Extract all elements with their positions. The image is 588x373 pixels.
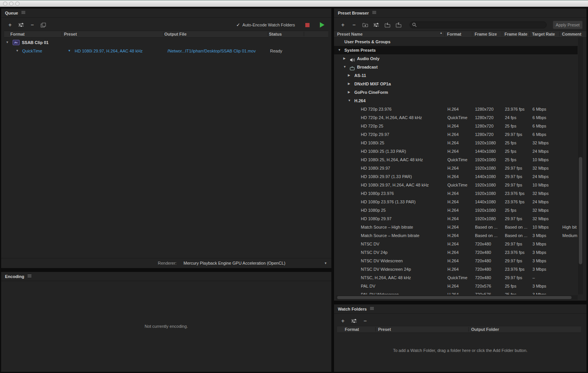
renderer-dropdown[interactable]: Mercury Playback Engine GPU Acceleration… xyxy=(183,258,285,268)
preset-row[interactable]: HD 1080i 29.97 (1.33 PAR)H.2641440x10802… xyxy=(334,172,578,181)
collapse-triangle-icon[interactable]: ▼ xyxy=(338,46,341,54)
apply-preset-button[interactable]: Apply Preset xyxy=(553,21,583,29)
preset-frame-size: 1440x1080 xyxy=(475,147,496,155)
column-format[interactable]: Format xyxy=(10,31,25,38)
preset-row[interactable]: NTSC DV 24pH.264720x48023.976 fps3 Mbps xyxy=(334,248,578,257)
preset-format: QuickTime xyxy=(447,155,467,164)
column-comment[interactable]: Comment xyxy=(562,31,581,38)
import-preset-icon[interactable] xyxy=(384,22,390,28)
tree-item[interactable]: ▶Audio Only xyxy=(334,54,578,63)
job-output-file-link[interactable]: /Networ...IT1/ipharr/Desktop/SSAB Clip 0… xyxy=(167,47,256,55)
panel-menu-icon[interactable] xyxy=(28,275,31,278)
tree-item[interactable]: ▶DNxHD MXF OP1a xyxy=(334,80,578,88)
format-dropdown-caret-icon[interactable]: ▼ xyxy=(68,47,71,55)
delete-preset-icon[interactable]: − xyxy=(351,22,357,28)
column-divider xyxy=(163,32,164,36)
preset-row[interactable]: HD 720p 24, H.264, AAC 48 kHzQuickTime12… xyxy=(334,113,578,122)
expand-triangle-icon[interactable]: ▶ xyxy=(348,88,350,97)
preset-frame-rate: 23.976 fps xyxy=(505,189,524,198)
column-frame-rate[interactable]: Frame Rate xyxy=(504,31,527,38)
preset-row[interactable]: HD 1080i 29.97, H.264, AAC 48 kHzQuickTi… xyxy=(334,181,578,189)
preset-row[interactable]: PAL DV WidescreenH.264720x57625 fps3 Mbp… xyxy=(334,290,578,294)
preset-settings-icon[interactable] xyxy=(373,22,379,28)
preset-row[interactable]: HD 1080p 29.97H.2641920x108029.97 fps32 … xyxy=(334,214,578,223)
tree-item[interactable]: ▶AS-11 xyxy=(334,71,578,80)
preset-row[interactable]: NTSC DVH.264720x48029.97 fps3 Mbps xyxy=(334,240,578,248)
sort-ascending-icon[interactable]: ▲ xyxy=(440,31,442,34)
queue-job-row[interactable]: ▼ QuickTime ▼ HD 1080i 29.97, H.264, AAC… xyxy=(1,47,328,55)
stop-queue-button[interactable] xyxy=(305,23,310,27)
horizontal-scrollbar-thumb[interactable] xyxy=(337,296,572,299)
column-preset[interactable]: Preset xyxy=(378,326,391,333)
preset-row[interactable]: HD 1080p 23.976 (1.33 PAR)H.2641440x1080… xyxy=(334,198,578,206)
tree-item[interactable]: ▼System Presets xyxy=(334,46,578,54)
collapse-triangle-icon[interactable]: ▼ xyxy=(348,97,351,105)
tree-item[interactable]: ▶GoPro CineForm xyxy=(334,88,578,97)
window-minimize-button[interactable] xyxy=(9,2,13,6)
preset-target-rate: 6 Mbps xyxy=(532,122,546,130)
create-group-icon[interactable] xyxy=(362,22,368,28)
panel-menu-icon[interactable] xyxy=(372,11,376,15)
job-settings-icon[interactable] xyxy=(18,22,24,28)
column-format[interactable]: Format xyxy=(447,31,461,38)
export-preset-icon[interactable] xyxy=(395,22,401,28)
column-output-file[interactable]: Output File xyxy=(164,31,187,38)
column-preset-name[interactable]: Preset Name xyxy=(337,31,363,38)
preset-row[interactable]: NTSC, H.264, AAC 48 kHzQuickTime720x4802… xyxy=(334,273,578,282)
renderer-dropdown-caret-icon[interactable]: ▼ xyxy=(324,258,327,268)
window-close-button[interactable] xyxy=(3,2,7,6)
preset-row[interactable]: NTSC DV Widescreen 24pH.264720x48023.976… xyxy=(334,265,578,273)
preset-row[interactable]: Match Source – Medium bitrateH.264Based … xyxy=(334,231,578,240)
preset-row[interactable]: NTSC DV WidescreenH.264720x48029.97 fps3… xyxy=(334,257,578,265)
panel-menu-icon[interactable] xyxy=(370,307,374,311)
auto-encode-checkbox[interactable]: ✓ Auto-Encode Watch Folders xyxy=(236,22,295,28)
preset-row[interactable]: HD 720p 29.97H.2641280x72029.97 fps6 Mbp… xyxy=(334,130,578,139)
vertical-scrollbar-thumb[interactable] xyxy=(579,157,582,264)
window-zoom-button[interactable] xyxy=(15,2,20,6)
column-target-rate[interactable]: Target Rate xyxy=(532,31,555,38)
collapse-triangle-icon[interactable]: ▼ xyxy=(16,47,19,55)
add-source-icon[interactable]: + xyxy=(7,22,13,28)
preset-search-field[interactable] xyxy=(409,21,547,28)
collapse-triangle-icon[interactable]: ▼ xyxy=(343,63,346,71)
preset-row[interactable]: HD 1080p 25H.2641920x108025 fps32 Mbps xyxy=(334,206,578,214)
panel-menu-icon[interactable] xyxy=(21,11,25,15)
preset-row[interactable]: HD 1080i 25H.2641920x108025 fps32 Mbps xyxy=(334,139,578,147)
job-preset-link[interactable]: HD 1080i 29.97, H.264, AAC 48 kHz xyxy=(75,47,142,55)
column-output-folder[interactable]: Output Folder xyxy=(471,326,499,333)
preset-row[interactable]: HD 1080i 29.97H.2641920x108029.97 fps32 … xyxy=(334,164,578,172)
vertical-scrollbar[interactable] xyxy=(578,38,583,294)
duplicate-icon[interactable] xyxy=(40,22,46,28)
expand-triangle-icon[interactable]: ▶ xyxy=(348,80,350,88)
job-format-dropdown[interactable]: QuickTime xyxy=(22,47,42,55)
preset-search-input[interactable] xyxy=(419,23,544,27)
create-preset-icon[interactable]: + xyxy=(340,22,346,28)
preset-row[interactable]: HD 1080p 23.976H.2641920x108023.976 fps3… xyxy=(334,189,578,198)
remove-watch-folder-icon[interactable]: − xyxy=(362,318,368,324)
expand-triangle-icon[interactable]: ▶ xyxy=(348,71,350,80)
collapse-triangle-icon[interactable]: ▼ xyxy=(6,38,9,47)
tree-item[interactable]: ▼H.264 xyxy=(334,97,578,105)
add-watch-folder-icon[interactable]: + xyxy=(340,318,346,324)
preset-row[interactable]: PAL DVH.264720x57625 fps3 Mbps xyxy=(334,282,578,290)
queue-source-row[interactable]: ▼ Pr SSAB Clip 01 xyxy=(1,38,328,47)
column-frame-size[interactable]: Frame Size xyxy=(475,31,497,38)
column-status[interactable]: Status xyxy=(269,31,282,38)
preset-row[interactable]: HD 720p 25H.2641280x72025 fps6 Mbps xyxy=(334,122,578,130)
preset-name: HD 720p 23.976 xyxy=(361,105,391,113)
watch-folder-settings-icon[interactable] xyxy=(351,318,357,324)
remove-source-icon[interactable]: − xyxy=(29,22,35,28)
horizontal-scrollbar[interactable] xyxy=(336,295,578,300)
tree-item[interactable]: User Presets & Groups xyxy=(334,38,578,46)
preset-row[interactable]: HD 1080i 25, H.264, AAC 48 kHzQuickTime1… xyxy=(334,155,578,164)
column-format[interactable]: Format xyxy=(345,326,359,333)
preset-row[interactable]: Match Source – High bitrateH.264Based on… xyxy=(334,223,578,231)
expand-triangle-icon[interactable]: ▶ xyxy=(343,54,346,63)
preset-frame-size: 720x576 xyxy=(475,290,491,294)
tree-item-label: Broadcast xyxy=(357,63,378,71)
tree-item[interactable]: ▼Broadcast xyxy=(334,63,578,71)
preset-row[interactable]: HD 720p 23.976H.2641280x72023.976 fps6 M… xyxy=(334,105,578,113)
column-preset[interactable]: Preset xyxy=(64,31,77,38)
preset-row[interactable]: HD 1080i 25 (1.33 PAR)H.2641440x108025 f… xyxy=(334,147,578,155)
start-queue-button[interactable] xyxy=(320,22,324,28)
